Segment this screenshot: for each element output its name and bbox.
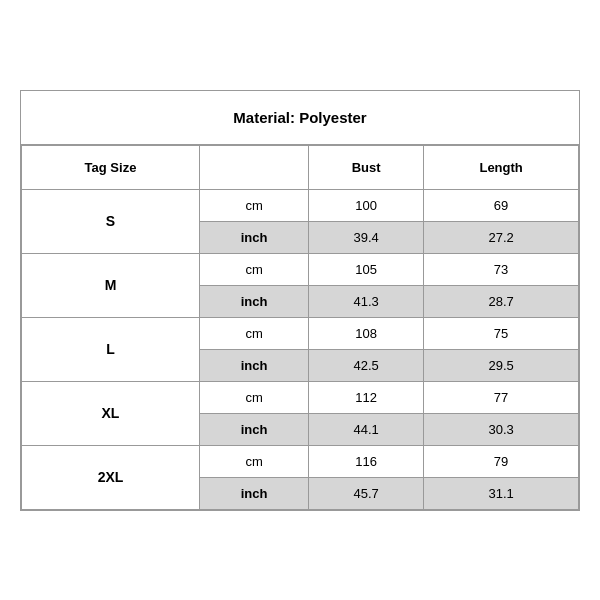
table-row: 2XLcm11679 bbox=[22, 445, 579, 477]
bust-inch: 45.7 bbox=[309, 477, 424, 509]
bust-inch: 44.1 bbox=[309, 413, 424, 445]
unit-inch: inch bbox=[199, 285, 308, 317]
unit-inch: inch bbox=[199, 221, 308, 253]
unit-cm: cm bbox=[199, 381, 308, 413]
length-inch: 28.7 bbox=[424, 285, 579, 317]
header-row: Tag Size Bust Length bbox=[22, 145, 579, 189]
length-cm: 73 bbox=[424, 253, 579, 285]
header-tag-size: Tag Size bbox=[22, 145, 200, 189]
bust-cm: 108 bbox=[309, 317, 424, 349]
header-bust: Bust bbox=[309, 145, 424, 189]
unit-inch: inch bbox=[199, 477, 308, 509]
table-row: Scm10069 bbox=[22, 189, 579, 221]
unit-cm: cm bbox=[199, 189, 308, 221]
bust-inch: 39.4 bbox=[309, 221, 424, 253]
length-cm: 69 bbox=[424, 189, 579, 221]
unit-cm: cm bbox=[199, 253, 308, 285]
tag-size-cell: S bbox=[22, 189, 200, 253]
unit-inch: inch bbox=[199, 349, 308, 381]
bust-cm: 105 bbox=[309, 253, 424, 285]
bust-cm: 116 bbox=[309, 445, 424, 477]
bust-cm: 112 bbox=[309, 381, 424, 413]
tag-size-cell: M bbox=[22, 253, 200, 317]
size-table: Tag Size Bust Length Scm10069inch39.427.… bbox=[21, 145, 579, 510]
length-inch: 29.5 bbox=[424, 349, 579, 381]
length-cm: 77 bbox=[424, 381, 579, 413]
length-inch: 30.3 bbox=[424, 413, 579, 445]
tag-size-cell: XL bbox=[22, 381, 200, 445]
header-empty bbox=[199, 145, 308, 189]
bust-cm: 100 bbox=[309, 189, 424, 221]
bust-inch: 41.3 bbox=[309, 285, 424, 317]
size-chart: Material: Polyester Tag Size Bust Length… bbox=[20, 90, 580, 511]
length-inch: 27.2 bbox=[424, 221, 579, 253]
table-row: Mcm10573 bbox=[22, 253, 579, 285]
table-row: XLcm11277 bbox=[22, 381, 579, 413]
tag-size-cell: L bbox=[22, 317, 200, 381]
length-cm: 79 bbox=[424, 445, 579, 477]
table-row: Lcm10875 bbox=[22, 317, 579, 349]
tag-size-cell: 2XL bbox=[22, 445, 200, 509]
unit-cm: cm bbox=[199, 445, 308, 477]
unit-inch: inch bbox=[199, 413, 308, 445]
length-inch: 31.1 bbox=[424, 477, 579, 509]
length-cm: 75 bbox=[424, 317, 579, 349]
chart-title: Material: Polyester bbox=[21, 91, 579, 145]
unit-cm: cm bbox=[199, 317, 308, 349]
bust-inch: 42.5 bbox=[309, 349, 424, 381]
header-length: Length bbox=[424, 145, 579, 189]
